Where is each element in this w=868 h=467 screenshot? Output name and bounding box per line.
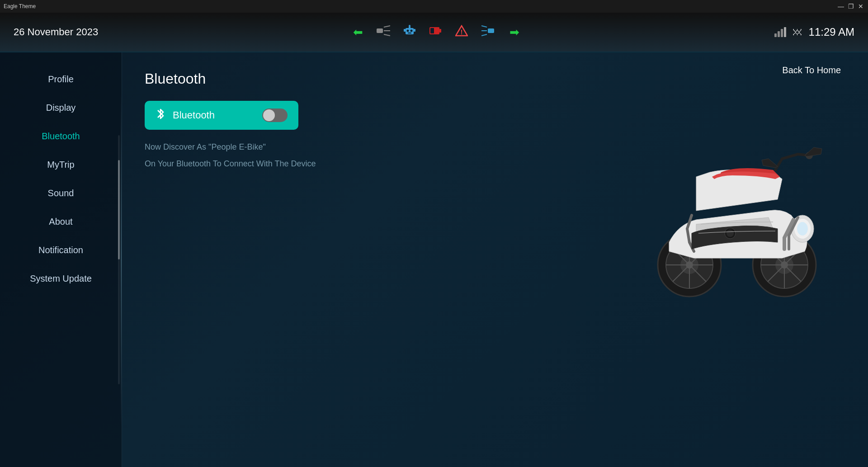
bluetooth-status-icon: ⯵ [793, 26, 802, 38]
signal-bar-1 [774, 33, 777, 37]
bluetooth-card-left: Bluetooth [156, 108, 215, 123]
svg-text:!: ! [461, 28, 463, 36]
svg-point-5 [406, 29, 409, 32]
content-area: Back To Home Bluetooth Bluetooth Now Dis… [122, 52, 868, 467]
sidebar-scroll-thumb [118, 160, 120, 259]
sidebar-item-sound[interactable]: Sound [0, 180, 122, 207]
sidebar-item-system-update[interactable]: System Update [0, 265, 122, 292]
status-date: 26 November 2023 [14, 26, 98, 38]
restore-button[interactable]: ❐ [847, 3, 854, 10]
back-to-home-button[interactable]: Back To Home [782, 65, 841, 75]
svg-line-3 [384, 34, 390, 36]
status-bar: 26 November 2023 ⬅ [0, 13, 868, 52]
sidebar: Profile Display Bluetooth MyTrip Sound A… [0, 52, 122, 467]
toggle-knob [263, 109, 275, 121]
beam-left-icon [481, 25, 496, 40]
svg-point-9 [409, 25, 410, 27]
window-controls: — ❐ ✕ [837, 3, 864, 10]
status-icons: ⬅ [353, 24, 519, 40]
robot-icon [404, 24, 415, 40]
bluetooth-card-label: Bluetooth [173, 109, 215, 121]
warning-icon: ! [455, 25, 468, 40]
svg-rect-17 [488, 28, 494, 33]
signal-bars [774, 27, 786, 37]
close-button[interactable]: ✕ [857, 3, 864, 10]
signal-bar-3 [781, 29, 783, 37]
svg-line-18 [481, 26, 487, 27]
bluetooth-toggle[interactable] [262, 108, 288, 122]
svg-line-1 [384, 26, 390, 27]
svg-rect-13 [439, 29, 441, 33]
title-bar: Eagle Theme — ❐ ✕ [0, 0, 868, 13]
arrow-left-icon: ⬅ [353, 25, 363, 39]
sidebar-item-display[interactable]: Display [0, 94, 122, 121]
sidebar-item-bluetooth[interactable]: Bluetooth [0, 123, 122, 150]
status-time: 11:29 AM [809, 26, 854, 38]
page-title: Bluetooth [145, 71, 845, 87]
sidebar-item-profile[interactable]: Profile [0, 66, 122, 93]
svg-line-20 [481, 34, 487, 36]
app-title: Eagle Theme [4, 3, 36, 9]
minimize-button[interactable]: — [837, 3, 844, 10]
status-right: ⯵ 11:29 AM [774, 26, 854, 38]
scooter-svg [642, 89, 832, 306]
bluetooth-card: Bluetooth [145, 101, 298, 130]
svg-rect-0 [377, 28, 383, 33]
svg-rect-11 [414, 29, 415, 32]
signal-bar-2 [778, 31, 780, 37]
headlights-icon [377, 25, 390, 40]
signal-bar-4 [784, 27, 786, 37]
sidebar-item-notification[interactable]: Notification [0, 237, 122, 264]
svg-rect-10 [404, 29, 406, 32]
bluetooth-card-icon [156, 108, 165, 123]
main-layout: Profile Display Bluetooth MyTrip Sound A… [0, 52, 868, 467]
sidebar-scrollbar [118, 135, 120, 384]
battery-icon [429, 25, 442, 39]
svg-point-6 [410, 29, 412, 32]
scooter-image [642, 89, 832, 315]
sidebar-item-mytrip[interactable]: MyTrip [0, 151, 122, 178]
arrow-right-icon: ➡ [509, 25, 519, 39]
svg-rect-7 [408, 33, 411, 33]
svg-rect-14 [430, 28, 434, 33]
svg-point-44 [726, 230, 734, 237]
sidebar-item-about[interactable]: About [0, 208, 122, 235]
svg-point-41 [797, 222, 808, 236]
